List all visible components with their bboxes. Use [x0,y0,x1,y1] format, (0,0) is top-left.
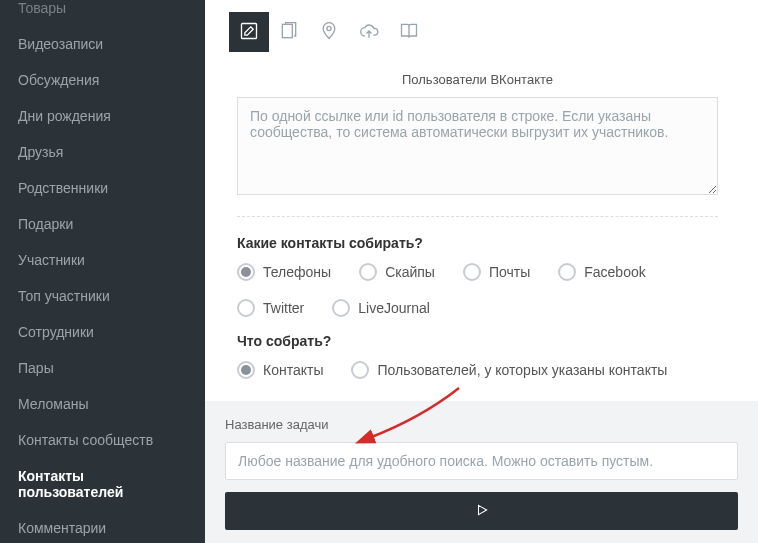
sidebar-item-couples[interactable]: Пары [0,350,205,386]
sidebar-item-relatives[interactable]: Родственники [0,170,205,206]
sidebar-item-label: Сотрудники [18,324,94,340]
collect-group-title: Что собрать? [237,333,718,349]
svg-rect-0 [242,23,257,38]
svg-point-2 [327,26,331,30]
collect-group: Что собрать? Контакты Пользователей, у к… [217,333,738,395]
radio-circle-icon [332,299,350,317]
sidebar-item-label: Друзья [18,144,63,160]
sidebar-item-label: Видеозаписи [18,36,103,52]
sidebar-item-label: Участники [18,252,85,268]
sidebar-item-label: Контакты сообществ [18,432,153,448]
radio-label: Почты [489,264,530,280]
sidebar-item-friends[interactable]: Друзья [0,134,205,170]
sidebar-item-label: Меломаны [18,396,88,412]
radio-label: Скайпы [385,264,435,280]
task-name-input[interactable] [225,442,738,480]
contacts-group-title: Какие контакты собирать? [237,235,718,251]
cloud-upload-icon [358,21,380,44]
play-icon [475,503,489,520]
tab-location[interactable] [309,12,349,52]
sidebar-item-label: Дни рождения [18,108,111,124]
radio-label: Телефоны [263,264,331,280]
tab-edit[interactable] [229,12,269,52]
sidebar-item-goods[interactable]: Товары [0,0,205,26]
sidebar-item-label: Топ участники [18,288,110,304]
users-section-title: Пользователи ВКонтакте [217,64,738,97]
radio-circle-icon [359,263,377,281]
radio-circle-icon [237,299,255,317]
sidebar-item-videos[interactable]: Видеозаписи [0,26,205,62]
radio-label: Twitter [263,300,304,316]
sidebar-item-label: Родственники [18,180,108,196]
radio-skypes[interactable]: Скайпы [359,263,435,281]
tab-copy[interactable] [269,12,309,52]
radio-emails[interactable]: Почты [463,263,530,281]
radio-facebook[interactable]: Facebook [558,263,645,281]
sidebar-item-label: Обсуждения [18,72,99,88]
sidebar-item-employees[interactable]: Сотрудники [0,314,205,350]
divider [237,216,718,217]
radio-circle-icon [237,263,255,281]
radio-circle-icon [237,361,255,379]
sidebar-item-music-fans[interactable]: Меломаны [0,386,205,422]
radio-livejournal[interactable]: LiveJournal [332,299,430,317]
sidebar-item-top-members[interactable]: Топ участники [0,278,205,314]
users-textarea[interactable] [237,97,718,195]
radio-phones[interactable]: Телефоны [237,263,331,281]
location-icon [319,21,339,44]
sidebar-item-birthdays[interactable]: Дни рождения [0,98,205,134]
radio-circle-icon [351,361,369,379]
radio-label: LiveJournal [358,300,430,316]
sidebar-item-gifts[interactable]: Подарки [0,206,205,242]
sidebar-item-community-contacts[interactable]: Контакты сообществ [0,422,205,458]
task-label: Название задачи [225,417,738,432]
sidebar-item-label: Контакты пользователей [18,468,123,500]
book-icon [399,21,419,44]
sidebar-item-comments[interactable]: Комментарии [0,510,205,543]
sidebar-item-label: Товары [18,0,66,16]
contacts-group: Какие контакты собирать? Телефоны Скайпы… [217,235,738,333]
tab-bar [217,0,758,64]
copy-icon [279,21,299,44]
sidebar-item-members[interactable]: Участники [0,242,205,278]
radio-twitter[interactable]: Twitter [237,299,304,317]
radio-circle-icon [463,263,481,281]
main-content: Пользователи ВКонтакте Какие контакты со… [205,0,758,543]
sidebar-item-discussions[interactable]: Обсуждения [0,62,205,98]
sidebar-item-user-contacts[interactable]: Контакты пользователей [0,458,205,510]
radio-collect-contacts[interactable]: Контакты [237,361,323,379]
edit-icon [239,21,259,44]
radio-collect-users[interactable]: Пользователей, у которых указаны контакт… [351,361,667,379]
run-button[interactable] [225,492,738,530]
tab-book[interactable] [389,12,429,52]
radio-label: Контакты [263,362,323,378]
sidebar-item-label: Подарки [18,216,73,232]
svg-rect-1 [282,24,292,37]
sidebar-item-label: Пары [18,360,54,376]
sidebar: Товары Видеозаписи Обсуждения Дни рожден… [0,0,205,543]
radio-label: Пользователей, у которых указаны контакт… [377,362,667,378]
tab-upload[interactable] [349,12,389,52]
task-section: Название задачи [205,401,758,543]
radio-circle-icon [558,263,576,281]
radio-label: Facebook [584,264,645,280]
sidebar-item-label: Комментарии [18,520,106,536]
